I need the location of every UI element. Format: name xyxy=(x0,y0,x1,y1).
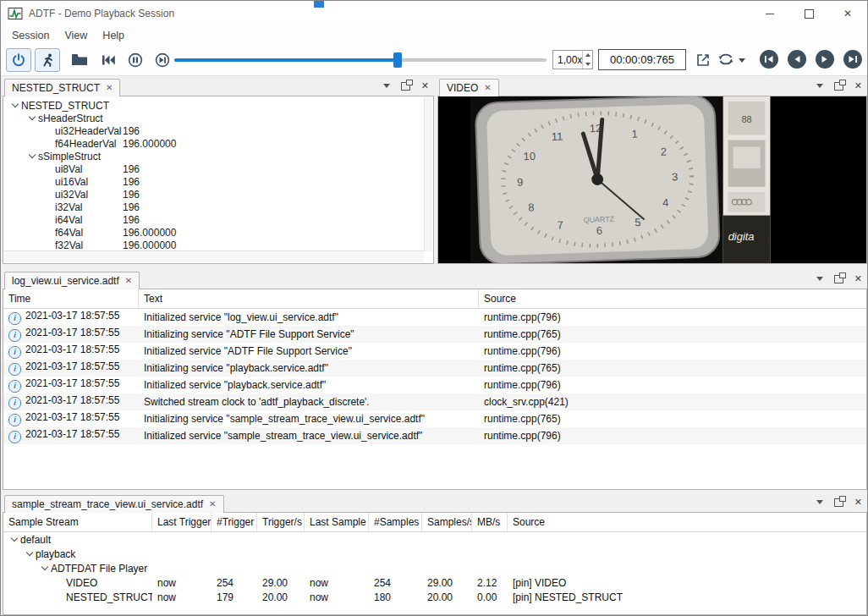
marker-next-button[interactable] xyxy=(816,50,834,69)
trace-row-ADTFDAT File Player[interactable]: ADTFDAT File Player xyxy=(3,561,866,575)
panel-menu-icon[interactable] xyxy=(816,500,823,504)
indent-spacer xyxy=(54,591,66,603)
stream-label: default xyxy=(20,534,51,546)
marker-last-button[interactable] xyxy=(843,50,862,69)
power-toggle-button[interactable] xyxy=(6,48,31,72)
spin-up-button[interactable] xyxy=(583,51,592,60)
log-col-source[interactable]: Source xyxy=(479,289,866,308)
marker-first-button[interactable] xyxy=(760,50,778,69)
log-source: runtime.cpp(796) xyxy=(479,379,866,391)
panel-menu-icon[interactable] xyxy=(816,84,823,88)
log-row[interactable]: i2021-03-17 18:57:55Switched stream cloc… xyxy=(3,393,866,410)
panel-close-icon[interactable]: ✕ xyxy=(854,81,862,91)
log-col-text[interactable]: Text xyxy=(139,289,479,308)
slider-handle[interactable] xyxy=(393,52,402,68)
trace-row-playback[interactable]: playback xyxy=(3,547,866,561)
log-row[interactable]: i2021-03-17 18:57:55Initialized service … xyxy=(3,309,866,326)
marker-prev-button[interactable] xyxy=(788,50,806,69)
tab-close-icon[interactable]: ✕ xyxy=(484,84,491,92)
trace-col-trigger-s[interactable]: Trigger/s xyxy=(257,513,305,531)
timeline-slider[interactable] xyxy=(174,52,547,69)
speed-spinbox[interactable]: 1,00x xyxy=(552,50,593,69)
expander-icon[interactable] xyxy=(26,151,38,162)
trace-col-mbs[interactable]: MB/s xyxy=(472,513,508,531)
expander-icon[interactable] xyxy=(9,100,21,112)
tree-item-f64HeaderVal[interactable]: f64HeaderVal196.000000 xyxy=(4,137,424,150)
menu-session[interactable]: Session xyxy=(4,28,57,43)
log-row[interactable]: i2021-03-17 18:57:55Initialized service … xyxy=(3,427,866,444)
menu-help[interactable]: Help xyxy=(95,28,132,43)
tree-item-ui32HeaderVal[interactable]: ui32HeaderVal196 xyxy=(4,124,424,137)
skip-start-button[interactable] xyxy=(96,48,121,72)
time-display[interactable]: 00:00:09:765 xyxy=(598,49,686,70)
tree-item-ui32Val[interactable]: ui32Val196 xyxy=(4,188,424,201)
log-row[interactable]: i2021-03-17 18:57:55Initialized service … xyxy=(3,343,866,360)
expander-icon[interactable] xyxy=(26,113,38,124)
panel-float-icon[interactable] xyxy=(401,82,410,91)
trace-cell: now xyxy=(152,577,212,589)
loop-dropdown-caret[interactable] xyxy=(739,58,745,63)
tree-item-f32Val[interactable]: f32Val196.000000 xyxy=(4,239,424,251)
panel-close-icon[interactable]: ✕ xyxy=(854,498,862,507)
expander-icon[interactable] xyxy=(39,563,51,575)
trace-col-num-trigger[interactable]: #Trigger xyxy=(212,513,257,531)
tree-item-NESTED_STRUCT[interactable]: NESTED_STRUCT xyxy=(4,99,424,112)
tab-close-icon[interactable]: ✕ xyxy=(106,84,113,92)
tree-item-value: 196 xyxy=(123,125,140,137)
minimize-button[interactable] xyxy=(750,1,789,26)
pause-button[interactable] xyxy=(123,48,148,72)
tree-item-ui8Val[interactable]: ui8Val196 xyxy=(4,162,424,175)
detach-button[interactable] xyxy=(695,52,711,69)
panel-float-icon[interactable] xyxy=(834,275,843,283)
trace-col-source[interactable]: Source xyxy=(508,513,866,531)
log-row[interactable]: i2021-03-17 18:57:55Initializing service… xyxy=(3,326,866,343)
trace-col-num-samples[interactable]: #Samples xyxy=(369,513,422,531)
tab-nested-struct[interactable]: NESTED_STRUCT ✕ xyxy=(4,79,120,96)
tree-item-f64Val[interactable]: f64Val196.000000 xyxy=(4,226,424,239)
trace-row-NESTED_STRUCT[interactable]: NESTED_STRUCTnow17920.00now18020.000.00[… xyxy=(3,590,866,604)
trace-col-stream[interactable]: Sample Stream xyxy=(3,513,152,531)
panel-menu-icon[interactable] xyxy=(383,84,390,88)
tree-item-sHeaderStruct[interactable]: sHeaderStruct xyxy=(4,112,424,124)
tab-log[interactable]: log_view.ui_service.adtf ✕ xyxy=(4,272,140,289)
expander-icon[interactable] xyxy=(8,534,20,546)
tree-item-sSimpleStruct[interactable]: sSimpleStruct xyxy=(4,150,424,162)
panel-float-icon[interactable] xyxy=(834,82,843,91)
maximize-button[interactable] xyxy=(789,1,828,26)
log-row[interactable]: i2021-03-17 18:57:55Initializing service… xyxy=(3,410,866,427)
tab-trace[interactable]: sample_stream_trace_view.ui_service.adtf… xyxy=(4,495,224,513)
log-row[interactable]: i2021-03-17 18:57:55Initialized service … xyxy=(3,377,866,393)
horizontal-scrollbar[interactable] xyxy=(4,250,424,262)
trace-col-samples-s[interactable]: Samples/s xyxy=(422,513,472,531)
tree-item-i32Val[interactable]: i32Val196 xyxy=(4,201,424,213)
log-col-time[interactable]: Time xyxy=(3,289,139,308)
trace-cell: 20.00 xyxy=(257,591,305,603)
tree-item-i64Val[interactable]: i64Val196 xyxy=(4,213,424,226)
trace-col-last-trigger[interactable]: Last Trigger xyxy=(152,513,212,531)
tab-close-icon[interactable]: ✕ xyxy=(209,500,216,509)
log-row[interactable]: i2021-03-17 18:57:55Initializing service… xyxy=(3,360,866,377)
tab-video[interactable]: VIDEO ✕ xyxy=(439,79,499,96)
spin-down-button[interactable] xyxy=(583,60,592,69)
log-time: 2021-03-17 18:57:55 xyxy=(25,377,119,389)
minimize-icon xyxy=(766,14,774,14)
trace-row-default[interactable]: default xyxy=(3,532,866,547)
marker-next-icon xyxy=(816,50,834,69)
expander-icon[interactable] xyxy=(24,548,36,560)
loop-button[interactable] xyxy=(717,52,735,67)
panel-menu-icon[interactable] xyxy=(816,277,823,281)
trace-col-last-sample[interactable]: Last Sample xyxy=(305,513,369,531)
panel-close-icon[interactable]: ✕ xyxy=(421,81,429,91)
menu-view[interactable]: View xyxy=(57,28,95,43)
skip-end-button[interactable] xyxy=(150,48,175,72)
open-file-button[interactable] xyxy=(67,48,92,72)
panel-float-icon[interactable] xyxy=(834,498,843,507)
vertical-scrollbar[interactable] xyxy=(424,97,432,251)
log-rows: i2021-03-17 18:57:55Initialized service … xyxy=(3,309,866,444)
tree-item-ui16Val[interactable]: ui16Val196 xyxy=(4,175,424,188)
close-button[interactable]: ✕ xyxy=(828,1,867,26)
panel-close-icon[interactable]: ✕ xyxy=(854,274,862,283)
tab-close-icon[interactable]: ✕ xyxy=(125,277,132,285)
run-toggle-button[interactable] xyxy=(35,48,60,72)
trace-row-VIDEO[interactable]: VIDEOnow25429.00now25429.002.12[pin] VID… xyxy=(3,575,866,590)
